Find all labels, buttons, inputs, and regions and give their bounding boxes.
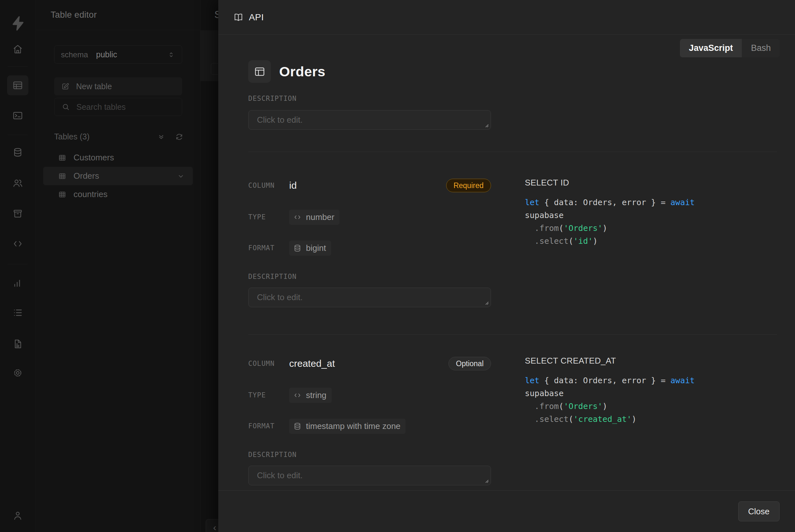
description-textarea[interactable]: Click to edit. [248, 110, 491, 130]
column-name: id [289, 180, 296, 191]
code-line: let { data: Orders, error } = await [525, 374, 777, 387]
format-value: timestamp with time zone [289, 419, 405, 434]
lang-tab-bash[interactable]: Bash [742, 39, 780, 57]
close-button[interactable]: Close [738, 501, 779, 521]
api-panel-footer: Close [218, 491, 795, 532]
resize-handle-icon[interactable] [484, 478, 489, 483]
api-panel-header: API [218, 0, 795, 35]
column-row: COLUMNcreated_atOptional [248, 356, 491, 371]
type-value: string [289, 388, 332, 403]
api-panel-title: API [249, 12, 264, 22]
format-text: timestamp with time zone [306, 421, 400, 431]
code-block: let { data: Orders, error } = awaitsupab… [525, 196, 777, 248]
format-value: bigint [289, 241, 331, 256]
type-text: number [306, 212, 334, 222]
database-icon [293, 422, 302, 431]
column-name: created_at [289, 358, 335, 369]
type-row: TYPEnumber [248, 209, 491, 225]
optional-badge: Optional [448, 357, 491, 370]
table-icon [254, 66, 266, 78]
column-details: COLUMNcreated_atOptionalTYPEstringFORMAT… [248, 356, 491, 485]
description-placeholder: Click to edit. [257, 292, 303, 302]
description-label: DESCRIPTION [248, 95, 777, 102]
code-line: .select('id') [525, 235, 777, 248]
format-row: FORMATtimestamp with time zone [248, 418, 491, 434]
code-snippet-title: SELECT ID [525, 178, 777, 188]
format-label: FORMAT [248, 244, 289, 252]
language-tabs: JavaScriptBash [680, 39, 780, 57]
entity-title-row: Orders [248, 60, 777, 83]
description-placeholder: Click to edit. [257, 115, 303, 125]
description-label: DESCRIPTION [248, 273, 491, 281]
description-label: DESCRIPTION [248, 451, 491, 459]
column-row: COLUMNidRequired [248, 178, 491, 193]
lang-tab-javascript[interactable]: JavaScript [680, 39, 742, 57]
type-text: string [306, 390, 327, 400]
code-line: .from('Orders') [525, 400, 777, 413]
code-block: let { data: Orders, error } = awaitsupab… [525, 374, 777, 426]
description-placeholder: Click to edit. [257, 471, 303, 480]
format-row: FORMATbigint [248, 240, 491, 256]
column-label: COLUMN [248, 182, 289, 189]
required-badge: Required [446, 179, 491, 192]
api-panel-body: Orders DESCRIPTION Click to edit. COLUMN… [218, 35, 795, 491]
code-brackets-icon [293, 213, 302, 222]
column-section-id: COLUMNidRequiredTYPEnumberFORMATbigintDE… [248, 152, 777, 307]
entity-title: Orders [279, 64, 325, 79]
app-window: Table editor schema public New table Sea… [0, 0, 795, 532]
resize-handle-icon[interactable] [484, 300, 489, 305]
code-brackets-icon [293, 391, 302, 400]
resize-handle-icon[interactable] [484, 122, 489, 128]
type-value: number [289, 210, 340, 225]
table-icon-tile [248, 60, 271, 83]
code-line: .from('Orders') [525, 222, 777, 235]
code-column: SELECT CREATED_ATlet { data: Orders, err… [525, 356, 777, 485]
columns-container: COLUMNidRequiredTYPEnumberFORMATbigintDE… [248, 152, 777, 485]
code-line: supabase [525, 387, 777, 400]
column-label: COLUMN [248, 360, 289, 367]
format-label: FORMAT [248, 422, 289, 430]
description-textarea[interactable]: Click to edit. [248, 288, 491, 307]
column-details: COLUMNidRequiredTYPEnumberFORMATbigintDE… [248, 178, 491, 307]
code-line: .select('created_at') [525, 413, 777, 426]
type-row: TYPEstring [248, 387, 491, 403]
column-section-created_at: COLUMNcreated_atOptionalTYPEstringFORMAT… [248, 334, 777, 485]
type-label: TYPE [248, 391, 289, 399]
code-snippet-title: SELECT CREATED_AT [525, 356, 777, 366]
code-line: let { data: Orders, error } = await [525, 196, 777, 209]
api-docs-panel: API JavaScriptBash Orders DESCRIPTION Cl… [218, 0, 795, 532]
type-label: TYPE [248, 213, 289, 221]
modal-overlay[interactable] [0, 0, 218, 532]
format-text: bigint [306, 243, 326, 253]
code-line: supabase [525, 209, 777, 222]
book-open-icon [233, 12, 243, 22]
database-icon [293, 244, 302, 252]
description-textarea[interactable]: Click to edit. [248, 466, 491, 485]
code-column: SELECT IDlet { data: Orders, error } = a… [525, 178, 777, 307]
